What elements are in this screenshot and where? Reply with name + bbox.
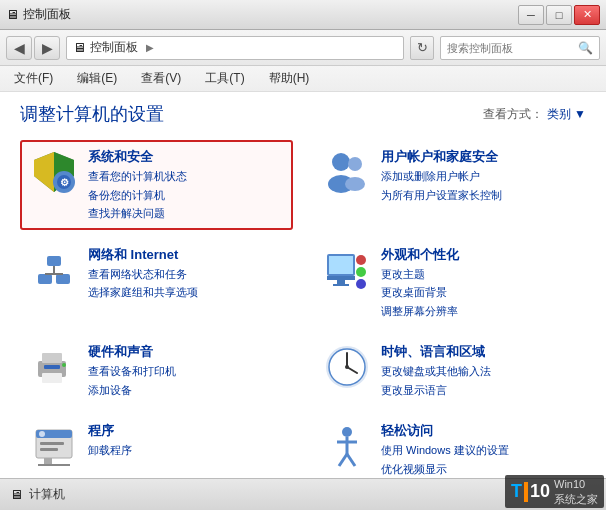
main-content: 调整计算机的设置 查看方式： 类别 ▼ ⚙ 系统和安 (0, 92, 606, 478)
clock-link-1[interactable]: 更改显示语言 (381, 382, 491, 399)
svg-point-22 (356, 267, 366, 277)
network-icon (30, 246, 78, 294)
page-title: 调整计算机的设置 (20, 102, 164, 126)
svg-point-33 (345, 365, 349, 369)
address-separator: ▶ (146, 42, 154, 53)
hardware-link-0[interactable]: 查看设备和打印机 (88, 363, 176, 380)
search-icon[interactable]: 🔍 (578, 41, 593, 55)
user-accounts-link-1[interactable]: 为所有用户设置家长控制 (381, 187, 502, 204)
svg-point-36 (39, 431, 45, 437)
cp-item-clock[interactable]: 时钟、语言和区域 更改键盘或其他输入法 更改显示语言 (313, 335, 586, 406)
minimize-button[interactable]: ─ (518, 5, 544, 25)
accessibility-title[interactable]: 轻松访问 (381, 422, 509, 440)
network-title[interactable]: 网络和 Internet (88, 246, 198, 264)
programs-icon (30, 422, 78, 470)
svg-rect-25 (42, 353, 62, 363)
system-security-title[interactable]: 系统和安全 (88, 148, 187, 166)
svg-point-6 (332, 153, 350, 171)
accessibility-link-1[interactable]: 优化视频显示 (381, 461, 509, 478)
svg-point-41 (342, 427, 352, 437)
appearance-title[interactable]: 外观和个性化 (381, 246, 459, 264)
svg-rect-37 (40, 442, 64, 445)
nav-buttons: ◀ ▶ (6, 36, 60, 60)
title-bar: 🖥 控制面板 ─ □ ✕ (0, 0, 606, 30)
appearance-link-1[interactable]: 更改桌面背景 (381, 284, 459, 301)
user-accounts-title[interactable]: 用户帐户和家庭安全 (381, 148, 502, 166)
search-input[interactable] (447, 42, 574, 54)
network-text: 网络和 Internet 查看网络状态和任务 选择家庭组和共享选项 (88, 246, 198, 301)
programs-text: 程序 卸载程序 (88, 422, 132, 459)
forward-button[interactable]: ▶ (34, 36, 60, 60)
svg-point-21 (356, 255, 366, 265)
page-header: 调整计算机的设置 查看方式： 类别 ▼ (20, 102, 586, 126)
menu-help[interactable]: 帮助(H) (265, 68, 314, 89)
maximize-button[interactable]: □ (546, 5, 572, 25)
title-bar-left: 🖥 控制面板 (6, 6, 71, 23)
cp-item-accessibility[interactable]: 轻松访问 使用 Windows 建议的设置 优化视频显示 (313, 414, 586, 478)
cp-item-hardware[interactable]: 硬件和声音 查看设备和打印机 添加设备 (20, 335, 293, 406)
clock-link-0[interactable]: 更改键盘或其他输入法 (381, 363, 491, 380)
status-text: 计算机 (29, 486, 65, 503)
svg-rect-38 (40, 448, 58, 451)
svg-line-45 (347, 454, 355, 466)
svg-rect-39 (44, 458, 52, 464)
address-field[interactable]: 🖥 控制面板 ▶ (66, 36, 404, 60)
svg-rect-11 (56, 274, 70, 284)
programs-link-0[interactable]: 卸载程序 (88, 442, 132, 459)
network-link-1[interactable]: 选择家庭组和共享选项 (88, 284, 198, 301)
appearance-link-2[interactable]: 调整屏幕分辨率 (381, 303, 459, 320)
accessibility-link-0[interactable]: 使用 Windows 建议的设置 (381, 442, 509, 459)
title-bar-title: 控制面板 (23, 6, 71, 23)
svg-point-23 (356, 279, 366, 289)
programs-title[interactable]: 程序 (88, 422, 132, 440)
clock-title[interactable]: 时钟、语言和区域 (381, 343, 491, 361)
accessibility-icon (323, 422, 371, 470)
user-accounts-link-0[interactable]: 添加或删除用户帐户 (381, 168, 502, 185)
svg-rect-18 (327, 276, 355, 280)
status-icon: 🖥 (10, 487, 23, 502)
back-button[interactable]: ◀ (6, 36, 32, 60)
menu-edit[interactable]: 编辑(E) (73, 68, 121, 89)
cp-item-user-accounts[interactable]: 用户帐户和家庭安全 添加或删除用户帐户 为所有用户设置家长控制 (313, 140, 586, 230)
close-button[interactable]: ✕ (574, 5, 600, 25)
view-mode: 查看方式： 类别 ▼ (483, 106, 586, 123)
menu-file[interactable]: 文件(F) (10, 68, 57, 89)
address-icon: 🖥 (73, 40, 86, 55)
search-field[interactable]: 🔍 (440, 36, 600, 60)
svg-rect-40 (38, 464, 70, 466)
svg-rect-10 (38, 274, 52, 284)
control-panel-grid: ⚙ 系统和安全 查看您的计算机状态 备份您的计算机 查找并解决问题 (20, 140, 586, 478)
menu-view[interactable]: 查看(V) (137, 68, 185, 89)
view-mode-value[interactable]: 类别 ▼ (547, 106, 586, 123)
status-bar: 🖥 计算机 (0, 478, 606, 510)
refresh-button[interactable]: ↻ (410, 36, 434, 60)
cp-item-network[interactable]: 网络和 Internet 查看网络状态和任务 选择家庭组和共享选项 (20, 238, 293, 328)
system-security-link-0[interactable]: 查看您的计算机状态 (88, 168, 187, 185)
svg-rect-12 (47, 256, 61, 266)
user-accounts-text: 用户帐户和家庭安全 添加或删除用户帐户 为所有用户设置家长控制 (381, 148, 502, 203)
cp-item-appearance[interactable]: 外观和个性化 更改主题 更改桌面背景 调整屏幕分辨率 (313, 238, 586, 328)
svg-rect-17 (329, 256, 353, 274)
system-security-link-2[interactable]: 查找并解决问题 (88, 205, 187, 222)
cp-item-system-security[interactable]: ⚙ 系统和安全 查看您的计算机状态 备份您的计算机 查找并解决问题 (20, 140, 293, 230)
appearance-link-0[interactable]: 更改主题 (381, 266, 459, 283)
svg-rect-19 (337, 280, 345, 284)
hardware-link-1[interactable]: 添加设备 (88, 382, 176, 399)
menu-tools[interactable]: 工具(T) (201, 68, 248, 89)
system-security-icon: ⚙ (30, 148, 78, 196)
system-security-text: 系统和安全 查看您的计算机状态 备份您的计算机 查找并解决问题 (88, 148, 187, 222)
clock-text: 时钟、语言和区域 更改键盘或其他输入法 更改显示语言 (381, 343, 491, 398)
hardware-title[interactable]: 硬件和声音 (88, 343, 176, 361)
clock-icon (323, 343, 371, 391)
user-accounts-icon (323, 148, 371, 196)
svg-point-9 (345, 177, 365, 191)
svg-point-8 (348, 157, 362, 171)
hardware-text: 硬件和声音 查看设备和打印机 添加设备 (88, 343, 176, 398)
system-security-link-1[interactable]: 备份您的计算机 (88, 187, 187, 204)
cp-item-programs[interactable]: 程序 卸载程序 (20, 414, 293, 478)
svg-rect-26 (42, 373, 62, 383)
network-link-0[interactable]: 查看网络状态和任务 (88, 266, 198, 283)
title-controls: ─ □ ✕ (518, 5, 600, 25)
svg-point-28 (62, 363, 66, 367)
address-text: 控制面板 (90, 39, 138, 56)
